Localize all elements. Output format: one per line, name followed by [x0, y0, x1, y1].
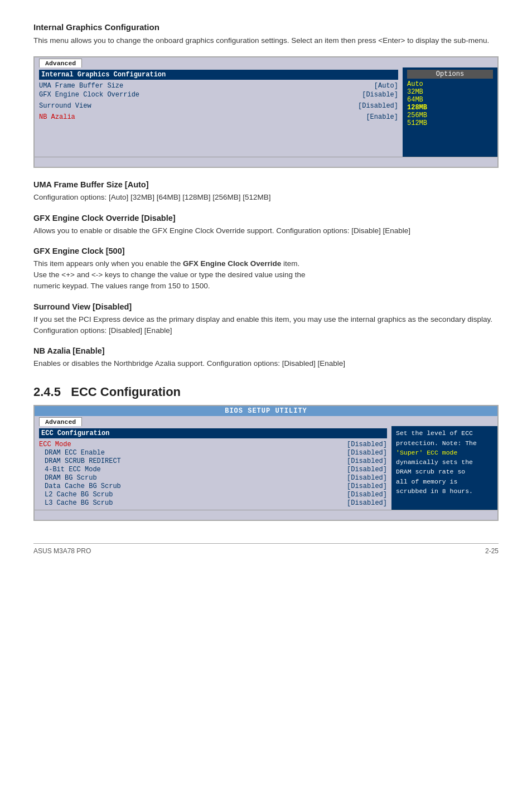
bios-sidebar-title: Options — [407, 70, 493, 79]
ecc-row-4bit[interactable]: 4-Bit ECC Mode [Disabled] — [39, 466, 387, 474]
ecc-value-l3: [Disabled] — [347, 499, 387, 507]
bios-screen-1: Advanced Internal Graphics Configuration… — [33, 56, 499, 168]
ecc-value-scrub-redirect: [Disabled] — [347, 457, 387, 465]
bios-tab-row-2: Advanced — [35, 416, 497, 426]
ecc-label-dram-ecc: DRAM ECC Enable — [39, 449, 105, 457]
ecc-row-dram-ecc[interactable]: DRAM ECC Enable [Disabled] — [39, 449, 387, 457]
ecc-row-mode[interactable]: ECC Mode [Disabled] — [39, 441, 387, 448]
ecc-sidebar-line3: 'Super' ECC mode — [396, 449, 457, 456]
ecc-value-data-cache: [Disabled] — [347, 482, 387, 490]
bios-value-surround: [Disabled] — [358, 102, 398, 110]
bios-label-surround: Surround View — [39, 102, 91, 110]
bios-tab-advanced-2[interactable]: Advanced — [39, 417, 82, 426]
ecc-value-4bit: [Disabled] — [347, 466, 387, 474]
bios-main-2: ECC Configuration ECC Mode [Disabled] DR… — [35, 426, 391, 510]
footer-divider — [33, 543, 499, 544]
ecc-row-data-cache[interactable]: Data Cache BG Scrub [Disabled] — [39, 482, 387, 490]
bios-sidebar-ecc-text: Set the level of ECC protection. Note: T… — [396, 428, 493, 496]
subsection-uma: UMA Frame Buffer Size [Auto] Configurati… — [33, 180, 499, 203]
internal-graphics-section: Internal Graphics Configuration This men… — [33, 22, 499, 369]
chapter-title-ecc: 2.4.5 ECC Configuration — [33, 385, 499, 399]
bios-label-uma: UMA Frame Buffer Size — [39, 82, 123, 90]
bios-content-1: Internal Graphics Configuration UMA Fram… — [35, 67, 497, 157]
ecc-row-l3[interactable]: L3 Cache BG Scrub [Disabled] — [39, 499, 387, 507]
subsection-title-nbazalia: NB Azalia [Enable] — [33, 346, 499, 355]
footer-right: 2-25 — [485, 547, 499, 555]
ecc-label-l3: L3 Cache BG Scrub — [39, 499, 113, 507]
bold-gfx-clock: GFX Engine Clock Override — [183, 259, 281, 268]
bios-main-1: Internal Graphics Configuration UMA Fram… — [35, 67, 403, 157]
ecc-label-4bit: 4-Bit ECC Mode — [39, 466, 101, 474]
bios-option-128mb[interactable]: 128MB — [407, 104, 493, 112]
bios-option-32mb[interactable]: 32MB — [407, 88, 493, 96]
chapter-name: ECC Configuration — [71, 385, 181, 399]
bios-option-64mb[interactable]: 64MB — [407, 96, 493, 104]
bios-row-gfx[interactable]: GFX Engine Clock Override [Disable] — [39, 91, 398, 99]
footer-left: ASUS M3A78 PRO — [33, 547, 91, 555]
bios-bottom-wave-2 — [35, 510, 497, 520]
subsection-surround: Surround View [Disabled] If you set the … — [33, 302, 499, 337]
ecc-label-dram-bg: DRAM BG Scrub — [39, 474, 97, 482]
bios-header-2: BIOS SETUP UTILITY — [35, 406, 497, 416]
subsection-gfx-clock: GFX Engine Clock [500] This item appears… — [33, 247, 499, 292]
subsection-body-gfx-override: Allows you to enable or disable the GFX … — [33, 225, 499, 236]
ecc-label-mode: ECC Mode — [39, 441, 71, 448]
subsection-body-uma: Configuration options: [Auto] [32MB] [64… — [33, 192, 499, 203]
subsection-title-surround: Surround View [Disabled] — [33, 302, 499, 311]
bios-section-header-1: Internal Graphics Configuration — [39, 70, 398, 80]
ecc-sidebar-line2: protection. Note: The — [396, 439, 477, 447]
chapter-number: 2.4.5 — [33, 385, 61, 399]
ecc-value-dram-ecc: [Disabled] — [347, 449, 387, 457]
chapter-ecc: 2.4.5 ECC Configuration BIOS SETUP UTILI… — [33, 385, 499, 521]
bios-tab-row: Advanced — [35, 57, 497, 67]
ecc-label-l2: L2 Cache BG Scrub — [39, 491, 113, 499]
bios-label-nbazalia: NB Azalia — [39, 113, 75, 121]
section-body-internal-graphics: This menu allows you to change the onboa… — [33, 35, 499, 46]
bios-label-gfx: GFX Engine Clock Override — [39, 91, 139, 99]
ecc-row-l2[interactable]: L2 Cache BG Scrub [Disabled] — [39, 491, 387, 499]
page-footer: ASUS M3A78 PRO 2-25 — [33, 547, 499, 555]
bios-content-2: ECC Configuration ECC Mode [Disabled] DR… — [35, 426, 497, 510]
bios-row-uma[interactable]: UMA Frame Buffer Size [Auto] — [39, 82, 398, 90]
subsection-title-gfx-override: GFX Engine Clock Override [Disable] — [33, 214, 499, 223]
ecc-label-data-cache: Data Cache BG Scrub — [39, 482, 121, 490]
ecc-row-scrub-redirect[interactable]: DRAM SCRUB REDIRECT [Disabled] — [39, 457, 387, 465]
bios-sidebar-options: Options Auto 32MB 64MB 128MB 256MB 512MB — [403, 67, 497, 157]
ecc-value-l2: [Disabled] — [347, 491, 387, 499]
subsection-body-nbazalia: Enables or disables the Northbridge Azal… — [33, 358, 499, 369]
ecc-sidebar-line6: all of memory is — [396, 478, 457, 485]
subsection-title-gfx-clock: GFX Engine Clock [500] — [33, 247, 499, 255]
bios-row-surround[interactable]: Surround View [Disabled] — [39, 102, 398, 110]
subsection-body-gfx-clock: This item appears only when you enable t… — [33, 258, 499, 292]
bios-sidebar-ecc: Set the level of ECC protection. Note: T… — [391, 426, 497, 510]
section-title-internal-graphics: Internal Graphics Configuration — [33, 22, 499, 32]
subsection-nbazalia: NB Azalia [Enable] Enables or disables t… — [33, 346, 499, 369]
bios-option-512mb[interactable]: 512MB — [407, 119, 493, 127]
bios-option-256mb[interactable]: 256MB — [407, 112, 493, 119]
ecc-value-dram-bg: [Disabled] — [347, 474, 387, 482]
bios-screen-2: BIOS SETUP UTILITY Advanced ECC Configur… — [33, 405, 499, 521]
bios-value-gfx: [Disable] — [362, 91, 398, 99]
bios-ecc-section-header: ECC Configuration — [39, 428, 387, 438]
ecc-sidebar-line7: scrubbed in 8 hours. — [396, 487, 473, 495]
ecc-sidebar-line1: Set the level of ECC — [396, 429, 473, 437]
bios-bottom-wave-1 — [35, 157, 497, 167]
subsection-title-uma: UMA Frame Buffer Size [Auto] — [33, 180, 499, 189]
bios-option-auto[interactable]: Auto — [407, 80, 493, 88]
ecc-label-scrub-redirect: DRAM SCRUB REDIRECT — [39, 457, 121, 465]
ecc-row-dram-bg[interactable]: DRAM BG Scrub [Disabled] — [39, 474, 387, 482]
bios-tab-advanced[interactable]: Advanced — [39, 59, 82, 67]
subsection-gfx-override: GFX Engine Clock Override [Disable] Allo… — [33, 214, 499, 236]
bios-value-uma: [Auto] — [374, 82, 398, 90]
ecc-sidebar-line5: DRAM scrub rate so — [396, 468, 465, 475]
bios-row-nbazalia[interactable]: NB Azalia [Enable] — [39, 113, 398, 121]
bios-value-nbazalia: [Enable] — [366, 113, 398, 121]
subsection-body-surround: If you set the PCI Express device as the… — [33, 314, 499, 337]
ecc-sidebar-line4: dynamically sets the — [396, 458, 473, 466]
ecc-value-mode: [Disabled] — [347, 441, 387, 448]
